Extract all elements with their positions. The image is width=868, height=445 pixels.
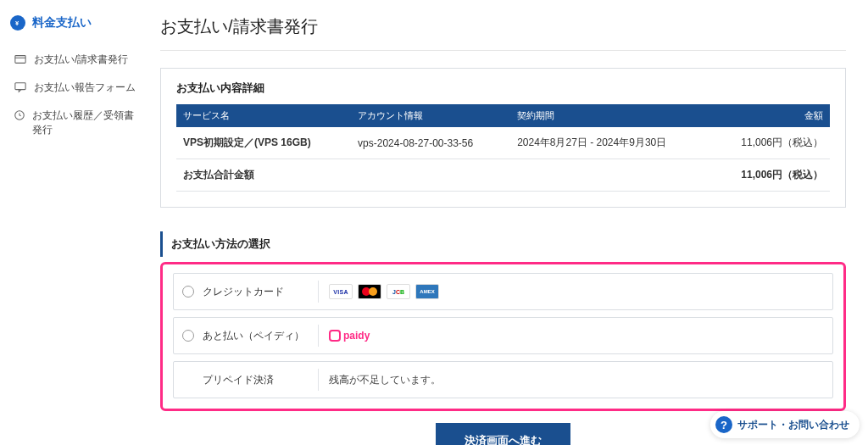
divider — [160, 50, 846, 51]
credit-label: クレジットカード — [203, 285, 284, 299]
payment-details-card: お支払い内容詳細 サービス名 アカウント情報 契約期間 金額 VPS初期設定／(… — [160, 68, 846, 208]
visa-icon: VISA — [329, 284, 353, 299]
th-amount: 金額 — [712, 104, 830, 127]
credit-brands: VISA JCB AMEX — [319, 277, 832, 306]
paidy-brand: paidy — [329, 330, 370, 342]
cell-period: 2024年8月27日 - 2024年9月30日 — [510, 127, 712, 159]
radio-credit[interactable] — [182, 286, 194, 298]
details-heading: お支払い内容詳細 — [176, 81, 830, 96]
total-amount: 11,006円（税込） — [712, 159, 830, 192]
main-content: お支払い/請求書発行 お支払い内容詳細 サービス名 アカウント情報 契約期間 金… — [148, 0, 868, 445]
history-icon — [14, 108, 25, 122]
paidy-icon — [329, 330, 341, 342]
payment-method-prepaid: プリペイド決済 残高が不足しています。 — [173, 361, 833, 398]
th-period: 契約期間 — [510, 104, 712, 127]
th-service: サービス名 — [176, 104, 351, 127]
sidebar-item-label: お支払い報告フォーム — [34, 81, 136, 95]
sidebar-item-history[interactable]: お支払い履歴／受領書発行 — [10, 102, 140, 144]
support-label: サポート・お問い合わせ — [737, 418, 849, 432]
chat-icon — [14, 81, 27, 94]
sidebar-item-label: お支払い履歴／受領書発行 — [32, 108, 136, 137]
amex-icon: AMEX — [415, 284, 439, 299]
svg-rect-1 — [15, 56, 25, 64]
sidebar-item-invoice[interactable]: お支払い/請求書発行 — [10, 46, 140, 74]
svg-rect-3 — [15, 83, 25, 90]
radio-paidy[interactable] — [182, 330, 194, 342]
cell-account: vps-2024-08-27-00-33-56 — [351, 127, 510, 159]
sidebar-item-label: お支払い/請求書発行 — [34, 53, 128, 67]
cell-amount: 11,006円（税込） — [712, 127, 830, 159]
paidy-label: あと払い（ペイディ） — [203, 329, 304, 343]
svg-text:¥: ¥ — [15, 19, 19, 27]
sidebar: ¥ 料金支払い お支払い/請求書発行 お支払い報告フォーム お支払い履歴／受領書… — [0, 0, 148, 445]
sidebar-heading: ¥ 料金支払い — [10, 15, 140, 31]
support-button[interactable]: ? サポート・お問い合わせ — [710, 411, 860, 438]
payment-method-paidy[interactable]: あと払い（ペイディ） paidy — [173, 317, 833, 354]
sidebar-title: 料金支払い — [32, 15, 92, 31]
prepaid-label: プリペイド決済 — [203, 373, 274, 387]
th-account: アカウント情報 — [351, 104, 510, 127]
proceed-button[interactable]: 決済画面へ進む — [436, 423, 570, 445]
question-icon: ? — [715, 416, 732, 433]
payment-methods-highlight: クレジットカード VISA JCB AMEX あと払い（ペイディ） — [160, 262, 846, 411]
mastercard-icon — [358, 284, 381, 299]
details-table: サービス名 アカウント情報 契約期間 金額 VPS初期設定／(VPS 16GB)… — [176, 104, 830, 192]
page-title: お支払い/請求書発行 — [160, 15, 846, 38]
methods-heading: お支払い方法の選択 — [160, 231, 846, 257]
total-row: お支払合計金額 11,006円（税込） — [176, 159, 830, 192]
sidebar-item-report[interactable]: お支払い報告フォーム — [10, 74, 140, 102]
payment-method-credit[interactable]: クレジットカード VISA JCB AMEX — [173, 273, 833, 310]
jcb-icon: JCB — [387, 284, 410, 299]
yen-icon: ¥ — [10, 15, 25, 31]
total-label: お支払合計金額 — [176, 159, 351, 192]
cell-service: VPS初期設定／(VPS 16GB) — [176, 127, 351, 159]
card-icon — [14, 53, 27, 66]
prepaid-note: 残高が不足しています。 — [319, 366, 832, 394]
table-row: VPS初期設定／(VPS 16GB) vps-2024-08-27-00-33-… — [176, 127, 830, 159]
